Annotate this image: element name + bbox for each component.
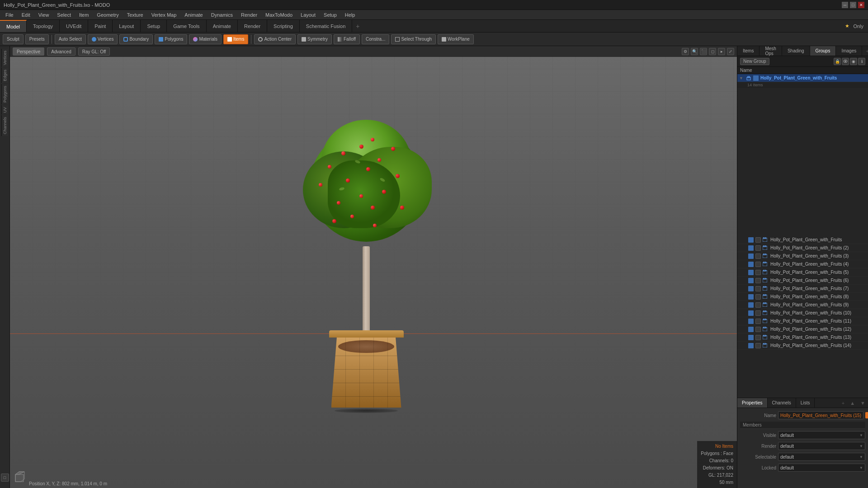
menu-item-layout[interactable]: Layout [297, 11, 319, 19]
tab-scripting[interactable]: Scripting [267, 20, 300, 32]
locked-dropdown[interactable]: default ▼ [778, 464, 865, 472]
list-item-1[interactable]: Holly_Pot_Plant_Green_with_Fruits [737, 236, 868, 244]
item-vis-3[interactable] [748, 253, 754, 259]
sculpt-btn[interactable]: Sculpt [3, 34, 24, 44]
tab-uvedit[interactable]: UVEdit [60, 20, 88, 32]
items-sublist[interactable]: Holly_Pot_Plant_Green_with_FruitsHolly_P… [737, 236, 868, 398]
item-render-7[interactable] [755, 286, 761, 291]
item-vis-7[interactable] [748, 286, 754, 291]
vp-icon-1[interactable]: ⚙ [682, 48, 689, 55]
item-render-2[interactable] [755, 245, 761, 251]
list-item-2[interactable]: Holly_Pot_Plant_Green_with_Fruits (2) [737, 244, 868, 252]
name-field[interactable]: Holly_Pot_Plant_Green_with_Fruits (15) [778, 411, 863, 419]
tab-game-tools[interactable]: Game Tools [167, 20, 207, 32]
ray-gl-btn[interactable]: Ray GL: Off [78, 47, 110, 56]
visible-dropdown[interactable]: default ▼ [778, 431, 865, 439]
menu-item-view[interactable]: View [35, 11, 53, 19]
maximize-btn[interactable]: □ [850, 2, 856, 8]
close-btn[interactable]: ✕ [858, 2, 864, 8]
item-render-10[interactable] [755, 310, 761, 316]
collapse-btn-2[interactable]: ▼ [858, 398, 868, 408]
item-render-12[interactable] [755, 327, 761, 332]
menu-item-geometry[interactable]: Geometry [93, 11, 122, 19]
workplane-btn[interactable]: WorkPlane [438, 34, 474, 44]
item-vis-9[interactable] [748, 302, 754, 308]
collapse-btn-1[interactable]: ▲ [847, 398, 858, 408]
tab-model[interactable]: Model [0, 20, 27, 32]
tab-properties[interactable]: Properties [737, 398, 768, 408]
item-vis-5[interactable] [748, 270, 754, 275]
menu-item-dynamics[interactable]: Dynamics [208, 11, 236, 19]
select-through-btn[interactable]: Select Through [391, 34, 436, 44]
menu-item-texture[interactable]: Texture [123, 11, 147, 19]
render-dropdown[interactable]: default ▼ [778, 442, 865, 450]
menu-item-select[interactable]: Select [53, 11, 75, 19]
items-info-btn[interactable]: ℹ [858, 58, 865, 65]
vp-icon-2[interactable]: 🔍 [691, 48, 698, 55]
menu-item-maxtomodo[interactable]: MaxToModo [262, 11, 296, 19]
item-vis-2[interactable] [748, 245, 754, 251]
item-render-5[interactable] [755, 270, 761, 275]
item-vis-0[interactable] [753, 75, 759, 81]
tab-groups[interactable]: Groups [810, 46, 836, 56]
item-vis-12[interactable] [748, 327, 754, 332]
advanced-btn[interactable]: Advanced [47, 47, 75, 56]
list-item-parent[interactable]: ▼ Holly_Pot_Plant_Green_with_Fruits [737, 74, 868, 82]
left-label-polygons[interactable]: Polygons [1, 84, 8, 104]
item-vis-10[interactable] [748, 310, 754, 316]
name-orange-btn[interactable] [865, 412, 868, 418]
list-item-4[interactable]: Holly_Pot_Plant_Green_with_Fruits (4) [737, 260, 868, 268]
viewport[interactable]: Perspective Advanced Ray GL: Off ⚙ 🔍 ⬛ ◻… [10, 46, 737, 488]
item-vis-14[interactable] [748, 343, 754, 348]
list-item-5[interactable]: Holly_Pot_Plant_Green_with_Fruits (5) [737, 268, 868, 277]
polygons-btn[interactable]: Polygons [155, 34, 187, 44]
item-vis-13[interactable] [748, 335, 754, 340]
item-render-8[interactable] [755, 294, 761, 300]
list-item-13[interactable]: Holly_Pot_Plant_Green_with_Fruits (13) [737, 333, 868, 342]
tab-topology[interactable]: Topology [27, 20, 60, 32]
menu-item-setup[interactable]: Setup [320, 11, 340, 19]
list-item-8[interactable]: Holly_Pot_Plant_Green_with_Fruits (8) [737, 293, 868, 301]
item-render-4[interactable] [755, 262, 761, 267]
item-render-3[interactable] [755, 253, 761, 259]
tab-layout[interactable]: Layout [113, 20, 141, 32]
perspective-btn[interactable]: Perspective [13, 47, 44, 56]
items-eye-btn[interactable] [842, 58, 849, 65]
list-item-14[interactable]: Holly_Pot_Plant_Green_with_Fruits (14) [737, 342, 868, 350]
add-bottom-tab-btn[interactable]: + [839, 398, 847, 408]
item-render-1[interactable] [755, 237, 761, 243]
boundary-btn[interactable]: Boundary [119, 34, 153, 44]
vp-icon-3[interactable]: ⬛ [700, 48, 707, 55]
tab-render[interactable]: Render [238, 20, 267, 32]
item-vis-6[interactable] [748, 278, 754, 283]
selectable-dropdown[interactable]: default ▼ [778, 453, 865, 461]
tab-setup[interactable]: Setup [141, 20, 167, 32]
item-render-13[interactable] [755, 335, 761, 340]
list-item-12[interactable]: Holly_Pot_Plant_Green_with_Fruits (12) [737, 325, 868, 333]
tab-paint[interactable]: Paint [88, 20, 113, 32]
left-label-channels[interactable]: Channels [1, 115, 8, 136]
auto-select-btn[interactable]: Auto Select [55, 34, 86, 44]
action-center-btn[interactable]: Action Center [254, 34, 296, 44]
tab-items[interactable]: Items [737, 46, 760, 56]
item-render-11[interactable] [755, 319, 761, 324]
vertices-btn[interactable]: Vertices [88, 34, 118, 44]
left-label-uv[interactable]: UV [1, 105, 8, 115]
menu-item-animate[interactable]: Animate [181, 11, 206, 19]
tab-lists[interactable]: Lists [796, 398, 815, 408]
items-btn[interactable]: Items [223, 34, 248, 44]
items-lock-btn[interactable]: 🔒 [834, 58, 841, 65]
items-render-btn[interactable]: ◉ [850, 58, 857, 65]
item-render-14[interactable] [755, 343, 761, 348]
new-group-btn[interactable]: New Group [740, 58, 769, 65]
minimize-btn[interactable]: ─ [842, 2, 848, 8]
item-vis-1[interactable] [748, 237, 754, 243]
tab-channels[interactable]: Channels [768, 398, 796, 408]
vp-icon-5[interactable]: ▸ [718, 48, 725, 55]
left-label-edges[interactable]: Edges [1, 68, 8, 83]
list-item-6[interactable]: Holly_Pot_Plant_Green_with_Fruits (6) [737, 277, 868, 285]
items-list[interactable]: ▼ Holly_Pot_Plant_Green_with_Fruits 14 I… [737, 74, 868, 236]
tab-schematic[interactable]: Schematic Fusion [300, 20, 352, 32]
item-vis-4[interactable] [748, 262, 754, 267]
constrain-btn[interactable]: Constra... [362, 34, 389, 44]
